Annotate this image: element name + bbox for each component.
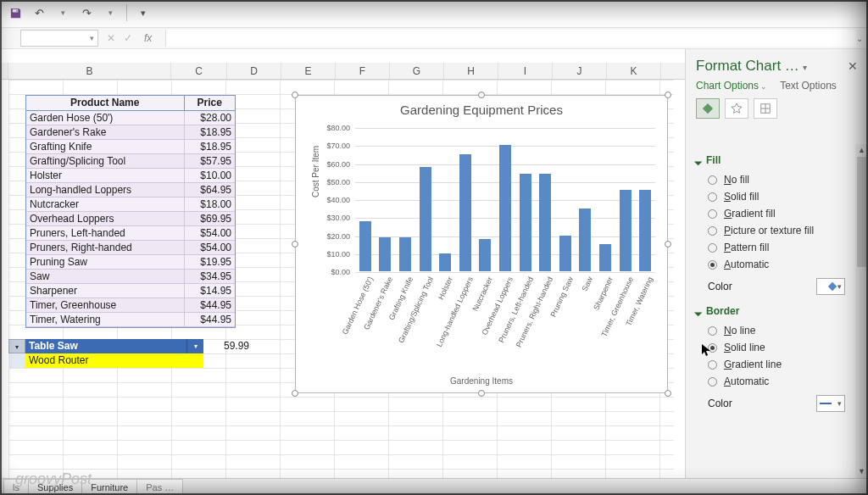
column-header-D[interactable]: D (227, 63, 281, 79)
column-header-H[interactable]: H (444, 63, 498, 79)
product-name-cell[interactable]: Garden Hose (50') (26, 110, 184, 125)
table-row[interactable]: Grafting/Splicing Tool $57.95 (26, 153, 235, 168)
chart-plot-area[interactable]: $0.00$10.00$20.00$30.00$40.00$50.00$60.0… (355, 128, 655, 272)
formula-bar-expand-button[interactable]: ⌄ (856, 34, 863, 43)
sheet-tab-bar[interactable]: lsSuppliesFurniturePas … (0, 478, 868, 495)
table-row[interactable]: Pruners, Right-handed $54.00 (26, 240, 235, 254)
product-name-cell[interactable]: Overhead Loppers (26, 211, 184, 225)
chart-bar[interactable] (420, 167, 431, 271)
product-name-cell[interactable]: Holster (26, 168, 184, 182)
product-price-cell[interactable]: $54.00 (184, 240, 235, 254)
formula-input[interactable] (165, 30, 856, 47)
undo-button[interactable]: ↶ (29, 3, 49, 23)
product-price-cell[interactable]: $19.95 (184, 254, 235, 269)
chart-bar[interactable] (399, 237, 411, 271)
spreadsheet-grid[interactable]: BCDEFGHIJK Product Name Price Garden Hos… (0, 49, 685, 478)
product-name-cell[interactable]: Pruners, Left-handed (26, 225, 184, 240)
table-row[interactable]: Nutcracker $18.00 (26, 197, 235, 211)
chart-bar[interactable] (459, 154, 471, 271)
table-row[interactable]: Garden Hose (50') $28.00 (26, 110, 235, 125)
wood-router-name[interactable]: Wood Router (25, 353, 203, 368)
chart-bar[interactable] (599, 244, 611, 271)
resize-handle-s[interactable] (478, 390, 485, 397)
column-header-J[interactable]: J (553, 63, 607, 79)
column-header-G[interactable]: G (390, 63, 444, 79)
fill-option-automatic[interactable]: Automatic (696, 256, 845, 273)
column-header-F[interactable]: F (336, 63, 390, 79)
table-row[interactable]: Timer, Watering $44.95 (26, 312, 235, 326)
chart-bar[interactable] (539, 174, 551, 271)
chart-bar[interactable] (439, 253, 451, 271)
product-name-cell[interactable]: Timer, Watering (26, 312, 184, 326)
product-name-cell[interactable]: Pruners, Right-handed (26, 240, 184, 254)
chart-object[interactable]: Gardening Equipment Prices Cost Per Item… (295, 95, 668, 393)
product-price-cell[interactable]: $57.95 (184, 153, 235, 168)
border-section-header[interactable]: Border (696, 300, 845, 322)
save-button[interactable] (5, 3, 25, 23)
fx-icon[interactable]: fx (144, 32, 152, 44)
chart-bar[interactable] (579, 209, 591, 271)
effects-tab-icon[interactable] (725, 98, 748, 119)
table-header-name[interactable]: Product Name (26, 96, 184, 110)
border-color-picker[interactable]: ▾ (816, 395, 845, 412)
table-row[interactable]: Pruners, Left-handed $54.00 (26, 225, 235, 240)
scroll-thumb[interactable] (857, 157, 866, 267)
name-box[interactable] (20, 30, 98, 47)
product-name-cell[interactable]: Gardener's Rake (26, 125, 184, 139)
chart-bar[interactable] (559, 236, 571, 271)
column-header-I[interactable]: I (498, 63, 553, 79)
column-header-K[interactable]: K (607, 63, 661, 79)
table-row[interactable]: Timer, Greenhouse $44.95 (26, 298, 235, 312)
fill-option-pattern fill[interactable]: Pattern fill (696, 239, 845, 256)
chart-options-tab[interactable]: Chart Options⌄ (696, 80, 767, 92)
product-table[interactable]: Product Name Price Garden Hose (50') $28… (25, 95, 236, 328)
table-row[interactable]: Holster $10.00 (26, 168, 235, 182)
accept-formula-icon[interactable]: ✓ (124, 32, 132, 44)
chart-y-axis-label[interactable]: Cost Per Item (311, 146, 320, 197)
table-saw-price[interactable]: 59.99 (203, 339, 253, 353)
chart-bar[interactable] (620, 190, 632, 271)
product-price-cell[interactable]: $44.95 (184, 298, 235, 312)
chart-x-axis-label[interactable]: Gardening Items (296, 376, 667, 386)
product-price-cell[interactable]: $18.00 (184, 197, 235, 211)
column-header-E[interactable]: E (281, 63, 336, 79)
text-options-tab[interactable]: Text Options (780, 80, 837, 92)
fill-color-picker[interactable]: ▾ (816, 278, 845, 295)
qat-customize-button[interactable]: ▾ (133, 3, 153, 23)
chart-bar[interactable] (520, 174, 531, 271)
fill-option-solid fill[interactable]: Solid fill (696, 188, 845, 205)
fill-section-header[interactable]: Fill (696, 149, 845, 171)
border-option-solid line[interactable]: Solid line (696, 339, 845, 356)
resize-handle-ne[interactable] (665, 92, 671, 98)
resize-handle-w[interactable] (292, 241, 298, 248)
product-price-cell[interactable]: $44.95 (184, 312, 235, 326)
resize-handle-nw[interactable] (292, 92, 298, 98)
table-header-price[interactable]: Price (184, 96, 235, 110)
cancel-formula-icon[interactable]: ✕ (107, 32, 115, 44)
product-name-cell[interactable]: Long-handled Loppers (26, 182, 184, 197)
table-row[interactable]: Sharpener $14.95 (26, 283, 235, 298)
filter-marker[interactable] (8, 339, 25, 353)
scroll-down-button[interactable]: ▼ (855, 465, 868, 478)
sheet-tab[interactable]: Pas … (136, 479, 183, 495)
chart-bar[interactable] (499, 145, 511, 271)
product-price-cell[interactable]: $28.00 (184, 110, 235, 125)
redo-more-button[interactable]: ▾ (100, 3, 120, 23)
chart-bar[interactable] (359, 221, 371, 272)
column-headers[interactable]: BCDEFGHIJK (0, 63, 685, 80)
table-row[interactable]: Overhead Loppers $69.95 (26, 211, 235, 225)
product-price-cell[interactable]: $18.95 (184, 125, 235, 139)
product-price-cell[interactable]: $14.95 (184, 283, 235, 298)
format-pane-close-button[interactable]: ✕ (848, 59, 858, 73)
resize-handle-e[interactable] (665, 241, 671, 248)
product-name-cell[interactable]: Pruning Saw (26, 254, 184, 269)
table-saw-name[interactable]: Table Saw (25, 339, 186, 353)
scroll-up-button[interactable]: ▲ (855, 144, 868, 157)
product-name-cell[interactable]: Nutcracker (26, 197, 184, 211)
column-header-C[interactable]: C (171, 63, 227, 79)
column-header-B[interactable]: B (8, 63, 171, 79)
product-price-cell[interactable]: $34.95 (184, 269, 235, 283)
resize-handle-se[interactable] (665, 390, 671, 397)
product-price-cell[interactable]: $69.95 (184, 211, 235, 225)
product-name-cell[interactable]: Timer, Greenhouse (26, 298, 184, 312)
